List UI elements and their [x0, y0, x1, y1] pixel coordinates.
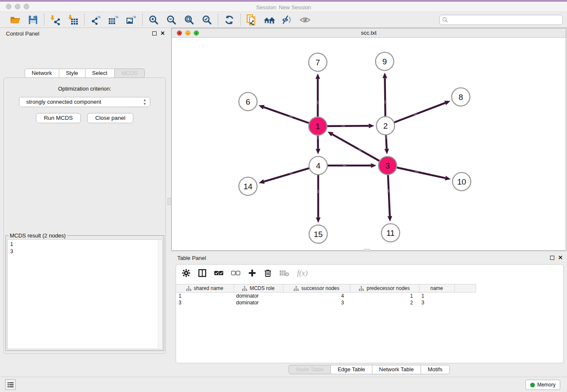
panel-splitter-grip[interactable]: [168, 198, 171, 205]
col-predecessor-nodes[interactable]: predecessor nodes: [350, 284, 419, 293]
network-maximize-icon[interactable]: +: [194, 30, 199, 36]
open-session-icon[interactable]: [9, 14, 21, 26]
svg-text:1: 1: [316, 122, 320, 131]
hide-graphics-details-icon[interactable]: [281, 14, 293, 26]
table-panel-header: Table Panel ✕: [171, 252, 567, 264]
graph-edge-arrowhead: [316, 218, 321, 223]
network-minimize-icon[interactable]: −: [185, 30, 190, 36]
svg-text:3: 3: [385, 161, 390, 170]
column-tree-icon: [242, 286, 247, 291]
graph-node-15[interactable]: 15: [309, 225, 328, 243]
criterion-select[interactable]: strongly connected component ▲▼: [19, 97, 150, 107]
float-table-panel-icon[interactable]: [550, 256, 554, 260]
network-canvas[interactable]: 7968124314101511: [172, 38, 566, 250]
graph-edge-arrowhead: [445, 176, 451, 180]
graph-edge-arrowhead: [259, 179, 264, 184]
graph-node-14[interactable]: 14: [239, 177, 257, 196]
network-graph: 7968124314101511: [172, 38, 566, 250]
delete-column-icon[interactable]: [264, 269, 272, 277]
graph-node-7[interactable]: 7: [309, 53, 327, 72]
app-titlebar: Session: New Session: [0, 2, 567, 12]
graph-node-8[interactable]: 8: [452, 88, 470, 106]
mcds-scrollbar[interactable]: [158, 240, 162, 348]
task-history-button[interactable]: [5, 379, 16, 390]
graph-edge-arrowhead: [384, 149, 389, 154]
node-table[interactable]: shared name MCDS role successor nodes pr…: [176, 284, 476, 306]
import-network-icon[interactable]: [50, 14, 61, 26]
control-panel-header: Control Panel ✕: [0, 28, 169, 40]
graph-edge-arrowhead: [444, 101, 450, 105]
mcds-tab-content: Optimization criterion: strongly connect…: [3, 77, 166, 354]
graph-node-10[interactable]: 10: [453, 173, 471, 191]
svg-text:4: 4: [316, 161, 321, 170]
table-header-row: shared name MCDS role successor nodes pr…: [176, 284, 476, 293]
graph-edge-arrowhead: [369, 124, 374, 128]
export-table-icon[interactable]: [107, 14, 119, 26]
zoom-in-icon[interactable]: [148, 14, 160, 26]
graph-node-4[interactable]: 4: [309, 157, 328, 175]
tab-node-table[interactable]: Node Table: [289, 365, 331, 374]
float-panel-icon[interactable]: [152, 31, 157, 36]
graph-node-9[interactable]: 9: [376, 52, 394, 71]
graph-node-1[interactable]: 1: [309, 117, 327, 135]
table-toolbar: f(x): [176, 265, 563, 282]
copy-network-icon[interactable]: [246, 14, 258, 26]
mcds-result-box: MCDS result (2 nodes) 1 3: [6, 235, 164, 351]
import-table-icon[interactable]: [67, 14, 79, 26]
svg-text:14: 14: [243, 182, 253, 191]
tab-network-table[interactable]: Network Table: [372, 365, 421, 374]
table-panel-title: Table Panel: [177, 255, 206, 261]
graph-edge-arrowhead: [388, 216, 392, 221]
control-panel: Control Panel ✕ Network Style Select MCD…: [0, 28, 169, 373]
export-network-icon[interactable]: [90, 14, 102, 26]
birds-eye-view-icon[interactable]: [299, 14, 311, 26]
network-window-titlebar[interactable]: scc.txt ✕ − +: [172, 28, 566, 38]
run-mcds-button[interactable]: Run MCDS: [36, 113, 81, 123]
search-input[interactable]: [439, 15, 563, 25]
save-session-icon[interactable]: [27, 14, 39, 26]
home-icon[interactable]: [264, 14, 275, 26]
graph-node-2[interactable]: 2: [377, 117, 395, 135]
criterion-value: strongly connected component: [26, 99, 101, 105]
zoom-out-icon[interactable]: [165, 14, 177, 26]
table-row[interactable]: 1 dominator 4 1 1: [176, 293, 476, 300]
tab-select[interactable]: Select: [85, 69, 115, 78]
delete-table-icon: [279, 269, 289, 277]
tab-mcds[interactable]: MCDS: [115, 69, 145, 78]
memory-button[interactable]: Memory: [526, 380, 560, 390]
table-splitter-grip[interactable]: [364, 249, 370, 251]
col-successor-nodes[interactable]: successor nodes: [283, 284, 350, 293]
graph-node-11[interactable]: 11: [382, 224, 400, 242]
close-panel-button[interactable]: Close panel: [87, 113, 133, 123]
tab-edge-table[interactable]: Edge Table: [331, 365, 372, 374]
table-panel: Table Panel ✕: [171, 252, 567, 377]
function-builder-icon: f(x): [297, 269, 308, 278]
col-mcds-role[interactable]: MCDS role: [234, 284, 283, 293]
network-close-icon[interactable]: ✕: [177, 30, 182, 36]
col-name[interactable]: name: [419, 284, 454, 293]
control-panel-tabs: Network Style Select MCDS: [0, 69, 169, 78]
mcds-result-list[interactable]: 1 3: [7, 239, 162, 349]
tab-style[interactable]: Style: [59, 69, 85, 78]
memory-status-icon: [530, 383, 535, 387]
select-all-icon[interactable]: [214, 270, 223, 276]
zoom-selected-icon[interactable]: [201, 14, 213, 26]
tab-network[interactable]: Network: [25, 69, 59, 78]
zoom-fit-icon[interactable]: [183, 14, 195, 26]
refresh-icon[interactable]: [223, 14, 235, 26]
main-toolbar: [0, 12, 567, 28]
graph-node-6[interactable]: 6: [239, 93, 257, 111]
close-table-panel-icon[interactable]: ✕: [558, 255, 563, 260]
show-columns-icon[interactable]: [198, 269, 206, 277]
close-panel-icon[interactable]: ✕: [160, 31, 165, 36]
svg-text:15: 15: [314, 230, 322, 239]
table-settings-icon[interactable]: [182, 269, 190, 277]
col-shared-name[interactable]: shared name: [176, 284, 234, 293]
add-column-icon[interactable]: [248, 269, 256, 277]
column-tree-icon: [359, 286, 364, 291]
table-row[interactable]: 3 dominator 3 2 3: [176, 299, 476, 306]
export-image-icon[interactable]: [125, 14, 137, 26]
tab-motifs[interactable]: Motifs: [421, 365, 450, 374]
deselect-all-icon[interactable]: [231, 270, 240, 276]
graph-node-3[interactable]: 3: [379, 157, 397, 175]
